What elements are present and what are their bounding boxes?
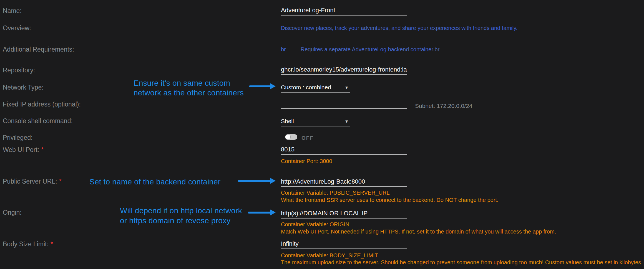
- public-server-url-label: Public Server URL:*: [3, 178, 62, 185]
- public-server-url-variable-helper: Container Variable: PUBLIC_SERVER_URL: [281, 190, 390, 196]
- public-server-url-input[interactable]: [281, 177, 407, 187]
- origin-variable-helper: Container Variable: ORIGIN: [281, 221, 349, 228]
- origin-label: Origin:: [3, 209, 22, 216]
- network-type-value: Custom : combined: [281, 84, 331, 91]
- additional-requirements-label: Additional Requirements:: [3, 46, 74, 53]
- body-size-limit-variable-helper: Container Variable: BODY_SIZE_LIMIT: [281, 252, 378, 259]
- web-ui-port-helper: Container Port: 3000: [281, 158, 332, 164]
- fixed-ip-label: Fixed IP address (optional):: [3, 101, 81, 108]
- network-annotation-line1: Ensure it's on same custom: [134, 79, 230, 88]
- privileged-toggle-state: OFF: [301, 135, 314, 141]
- body-size-limit-label: Body Size Limit:*: [3, 240, 53, 248]
- origin-annotation-line2: or https domain of revese proxy: [120, 216, 230, 225]
- additional-requirements-text: Requires a separate AdventureLog backend…: [301, 46, 439, 53]
- web-ui-port-label: Web UI Port:*: [3, 146, 44, 154]
- console-shell-value: Shell: [281, 118, 294, 125]
- origin-annotation-arrow-icon: [248, 212, 270, 214]
- required-asterisk: *: [41, 146, 44, 153]
- origin-description-helper: Match Web UI Port. Not needed if using H…: [281, 229, 556, 235]
- additional-requirements-prefix: br: [281, 46, 286, 53]
- console-shell-select[interactable]: Shell ▼: [281, 116, 350, 126]
- dropdown-arrow-icon: ▼: [344, 85, 350, 90]
- origin-annotation-line1: Will depend if on http local network: [120, 206, 242, 215]
- privileged-label: Privileged:: [3, 134, 32, 141]
- console-shell-label: Console shell command:: [3, 117, 73, 125]
- required-asterisk: *: [59, 178, 62, 185]
- repository-field-label: Repository:: [3, 67, 35, 74]
- repository-input[interactable]: [281, 65, 407, 75]
- overview-field-label: Overview:: [3, 24, 31, 32]
- public-server-url-annotation-arrow-icon: [238, 180, 270, 182]
- dropdown-arrow-icon: ▼: [344, 119, 350, 124]
- network-type-select[interactable]: Custom : combined ▼: [281, 83, 350, 93]
- public-server-url-description-helper: What the frontend SSR server uses to con…: [281, 197, 498, 203]
- network-annotation-arrow-icon: [249, 85, 270, 87]
- overview-text: Discover new places, track your adventur…: [281, 25, 517, 31]
- subnet-note: Subnet: 172.20.0.0/24: [415, 103, 472, 109]
- required-asterisk: *: [51, 240, 53, 248]
- privileged-toggle[interactable]: [285, 134, 297, 140]
- web-ui-port-input[interactable]: [281, 145, 407, 155]
- container-config-form: Name: Overview: Discover new places, tra…: [0, 0, 644, 269]
- toggle-knob: [285, 134, 290, 139]
- public-server-url-annotation: Set to name of the backend container: [89, 177, 221, 186]
- fixed-ip-input[interactable]: [281, 99, 407, 109]
- network-type-label: Network Type:: [3, 84, 44, 91]
- origin-input[interactable]: [281, 209, 407, 219]
- body-size-limit-description-helper: The maximum upload size to the server. S…: [281, 259, 643, 266]
- name-input[interactable]: [281, 6, 407, 16]
- name-field-label: Name:: [3, 7, 22, 15]
- network-annotation-line2: network as the other containers: [134, 88, 244, 97]
- body-size-limit-input[interactable]: [281, 239, 407, 249]
